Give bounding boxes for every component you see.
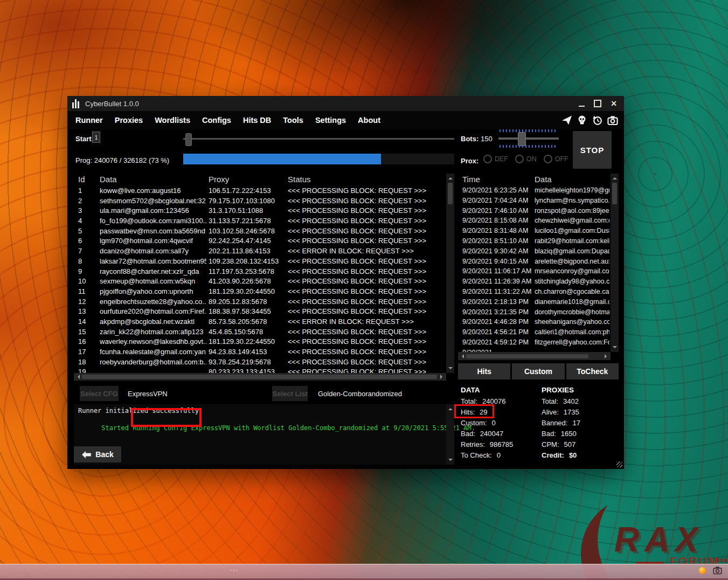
scroll-thumb[interactable] [612,183,617,204]
cell-status: <<< PROCESSING BLOCK: REQUEST >>> [288,337,445,346]
hit-row[interactable]: 9/20/2021 4:56:21 PMcaltieri1@hotmail.co… [458,328,611,339]
table-row[interactable]: 7dcanizo@hotmail.com:sall7y202.21.113.86… [74,247,446,257]
prox-option-off[interactable]: OFF [544,155,568,163]
resize-grip[interactable] [616,461,622,467]
annotation-config-box [131,408,202,427]
window-title: CyberBullet 1.0.0 [85,100,139,108]
scroll-up-icon[interactable] [448,406,453,410]
taskbar[interactable]: ... [0,564,728,580]
hit-row[interactable]: 9/20/2021 6:23:25 AMmichelleleighton1979… [458,187,611,197]
hit-row[interactable]: 9/20/2021 7:46:10 AMronzspot@aol.com:89j… [458,207,611,217]
bots-slider[interactable] [498,129,559,148]
column-header-time[interactable]: Time [462,175,480,184]
history-icon[interactable] [592,115,603,126]
table-row[interactable]: 10sexmeup@hotmail.com:w5kqn41.203.90.226… [74,277,446,287]
send-icon[interactable] [561,115,572,126]
scroll-up-icon[interactable] [448,175,453,179]
menu-item-wordlists[interactable]: Wordlists [155,116,190,125]
hit-row[interactable]: 9/20/2021 3:21:35 PMdorothymcrobbie@hotm… [458,308,611,319]
camera-icon[interactable] [607,115,618,126]
scroll-down-icon[interactable] [613,346,617,350]
menu-item-hits-db[interactable]: Hits DB [243,116,271,125]
select-cfg-button[interactable]: Select CFG [80,386,119,401]
hits-horizontal-scrollbar[interactable] [458,352,611,360]
scroll-up-icon[interactable] [613,175,617,179]
table-row[interactable]: 9rayconf88@charter.net:xzlr_qda117.197.5… [74,267,446,278]
close-button[interactable]: ✕ [611,100,617,107]
column-header-id[interactable]: Id [78,175,85,184]
start-input[interactable] [92,132,100,143]
tab-hits[interactable]: Hits [458,363,510,379]
tab-custom[interactable]: Custom [512,363,564,379]
stat-row: Custom:0 [461,419,513,430]
menu-item-runner[interactable]: Runner [75,116,103,125]
table-row[interactable]: 6lgm970@hotmail.com:4qwcvif92.242.254.47… [74,237,446,247]
menu-item-about[interactable]: About [358,116,380,125]
results-table: Id Data Proxy Status 1koww@live.com:augu… [74,174,454,381]
hit-row[interactable]: 9/20/2021 4:46:28 PMsheehanigans@yahoo.c… [458,318,611,328]
column-header-data[interactable]: Data [535,175,552,184]
hit-row[interactable]: 9/20/2021 4:59:12 PMfitzgerrell@yahoo.co… [458,339,611,349]
maximize-button[interactable] [594,100,601,107]
table-row[interactable]: 11pjgoiffon@yahoo.com:upnorth181.129.30.… [74,287,446,298]
table-row[interactable]: 5passwatbev@msn.com:ba5659nd103.102.58.2… [74,227,446,237]
hit-row[interactable]: 9/20/2021 11:31:22 AMch.charron@cgocable… [458,288,611,298]
hit-row[interactable]: 9/20/2021 8:31:48 AMluciloo1@gmail.com:D… [458,227,611,237]
column-header-proxy[interactable]: Proxy [209,175,229,184]
taskbar-camera-icon[interactable] [713,566,722,577]
stop-button[interactable]: STOP [573,131,612,169]
hit-row[interactable]: 9/20/2021 8:51:10 AMrabit29@hotmail.com:… [458,237,611,247]
prox-option-def[interactable]: DEF [483,155,508,163]
table-row[interactable]: 4fo_fo199@outlook.com:rami3100...31.133.… [74,217,446,227]
scroll-thumb[interactable] [466,354,588,358]
skull-icon[interactable] [577,115,587,126]
scroll-left-icon[interactable] [460,354,464,358]
hit-row[interactable]: 9/20/2021 8:15:08 AMchewzhiwei@gmail.com… [458,217,611,227]
results-vertical-scrollbar[interactable] [446,174,454,373]
menu-item-proxies[interactable]: Proxies [115,116,143,125]
hit-row[interactable]: 9/20/2021 9:30:42 AMblaziq@gmail.com:Dup… [458,247,611,258]
hit-row[interactable]: 9/20/2021 11:06:17 AMmrseanconroy@gmail.… [458,267,611,278]
table-row[interactable]: 8laksar72@hotmail.com:bootmen95109.238.2… [74,257,446,267]
prox-option-on[interactable]: ON [515,155,537,163]
start-slider[interactable] [183,133,454,146]
slider-thumb[interactable] [185,133,192,146]
log-scrollbar[interactable] [446,404,454,465]
scroll-right-icon[interactable] [605,354,609,358]
column-header-data[interactable]: Data [100,175,117,184]
table-row[interactable]: 12engelbrechtsuzette28@yahoo.co...89.205… [74,298,446,308]
hit-row[interactable]: 9/20/2021 2:18:13 PMdianemarie1018@gmail… [458,298,611,308]
title-bar[interactable]: CyberBullet 1.0.0 ✕ [67,96,624,111]
hit-row[interactable]: 9/20/2021 9:40:15 AMarelette@bigpond.net… [458,258,611,268]
table-row[interactable]: 1980.233.233.133:4153<<< PROCESSING BLOC… [74,368,446,373]
column-header-status[interactable]: Status [288,175,311,184]
scroll-left-icon[interactable] [75,375,80,379]
table-row[interactable]: 17fcunha.realestate@gmail.com:yan...94.2… [74,348,446,358]
hit-row[interactable]: 9/20/2021 7:04:24 AMlyncharm@ns.sympatic… [458,197,611,207]
taskbar-notification-dot[interactable] [699,567,706,574]
table-row[interactable]: 16waverley.newson@lakesdhb.govt....181.1… [74,337,446,348]
scroll-right-icon[interactable] [440,375,445,379]
menu-item-configs[interactable]: Configs [202,116,231,125]
table-row[interactable]: 14akpdmp@sbcglobal.net:wzaktl85.73.58.20… [74,317,446,328]
scroll-thumb[interactable] [448,183,453,204]
select-list-button[interactable]: Select List [272,386,308,401]
hits-vertical-scrollbar[interactable] [611,174,619,352]
table-row[interactable]: 18roebyvanderburg@hotmail.com:b...93.78.… [74,358,446,368]
table-row[interactable]: 1koww@live.com:august16106.51.72.222:415… [74,187,446,197]
table-row[interactable]: 15zarin_kk22@hotmail.com:afip12345.4.85.… [74,328,446,338]
table-row[interactable]: 2sethsmom5702@sbcglobal.net:32...79.175.… [74,197,446,207]
scroll-down-icon[interactable] [448,459,453,463]
results-horizontal-scrollbar[interactable] [74,373,446,381]
back-button[interactable]: Back [74,446,121,462]
scroll-down-icon[interactable] [448,367,453,371]
table-row[interactable]: 3ula.mari@gmail.com:12345631.3.170.51:10… [74,206,446,217]
minimize-button[interactable] [579,106,585,107]
table-row[interactable]: 13ourfuture2020@hotmail.com:Firef...188.… [74,307,446,317]
slider-thumb[interactable] [518,132,526,146]
scroll-thumb[interactable] [82,375,437,379]
hit-row[interactable]: 9/20/2021 11:26:39 AMstitchinglady98@yah… [458,278,611,288]
tab-tocheck[interactable]: ToCheck [566,363,619,379]
menu-item-tools[interactable]: Tools [283,116,303,125]
menu-item-settings[interactable]: Settings [315,116,346,125]
